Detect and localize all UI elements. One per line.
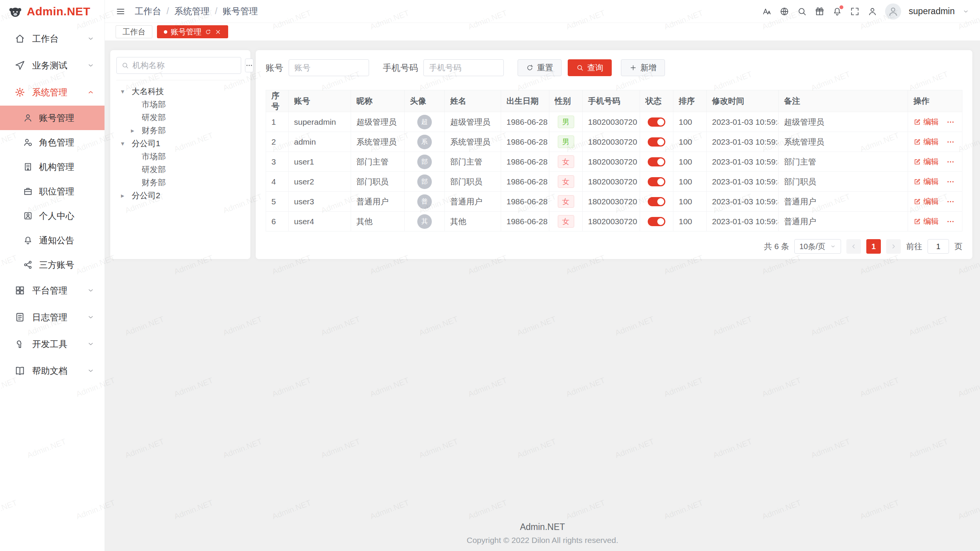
sidebar-item-workbench[interactable]: 工作台 — [0, 25, 105, 52]
status-toggle[interactable] — [648, 217, 665, 226]
edit-button[interactable]: 编辑 — [913, 176, 939, 187]
search-button[interactable]: 查询 — [568, 59, 612, 76]
sidebar-item-help-docs[interactable]: 帮助文档 — [0, 357, 105, 384]
tree-node[interactable]: 研发部 — [116, 111, 244, 124]
edit-button[interactable]: 编辑 — [913, 216, 939, 227]
column-header[interactable]: 姓名 — [445, 90, 501, 112]
status-toggle[interactable] — [648, 137, 665, 147]
close-icon[interactable] — [215, 29, 221, 35]
username[interactable]: superadmin — [909, 6, 955, 16]
row-more-button[interactable] — [946, 217, 955, 226]
status-toggle[interactable] — [648, 197, 665, 206]
org-search-input[interactable] — [132, 61, 236, 70]
column-header[interactable]: 头像 — [405, 90, 445, 112]
edit-button[interactable]: 编辑 — [913, 156, 939, 167]
tree-node[interactable]: ▸分公司2 — [116, 189, 244, 202]
gender-badge: 男 — [558, 116, 574, 129]
sidebar-item-position-mgmt[interactable]: 职位管理 — [0, 179, 105, 204]
theme-icon[interactable] — [815, 7, 825, 16]
user-icon[interactable] — [867, 7, 877, 16]
edit-button[interactable]: 编辑 — [913, 196, 939, 207]
caret-icon[interactable]: ▸ — [121, 192, 132, 200]
cell-nickname: 其他 — [351, 212, 405, 231]
row-more-button[interactable] — [946, 178, 955, 186]
column-header[interactable]: 手机号码 — [583, 90, 640, 112]
row-more-button[interactable] — [946, 197, 955, 206]
avatar[interactable] — [885, 3, 901, 20]
footer-copyright: Copyright © 2022 Dilon All rights reserv… — [105, 536, 980, 545]
tree-node[interactable]: ▸财务部 — [116, 124, 244, 137]
cell-remark: 部门主管 — [779, 152, 908, 172]
column-header[interactable]: 排序 — [673, 90, 707, 112]
column-header[interactable]: 性别 — [549, 90, 583, 112]
prev-page-button[interactable] — [846, 239, 861, 254]
sidebar-item-log-mgmt[interactable]: 日志管理 — [0, 304, 105, 331]
page-1-button[interactable]: 1 — [866, 239, 881, 254]
status-toggle[interactable] — [648, 157, 665, 166]
column-header[interactable]: 备注 — [779, 90, 908, 112]
phone-input[interactable] — [423, 59, 504, 76]
sidebar-item-role-mgmt[interactable]: 角色管理 — [0, 130, 105, 155]
edit-button[interactable]: 编辑 — [913, 137, 939, 147]
tree-node[interactable]: 研发部 — [116, 163, 244, 176]
page-size-select[interactable]: 10条/页 — [794, 239, 841, 254]
account-panel: 账号 手机号码 重置 查询 新增 序号账号昵称头像姓名出生日期性别手机号码状态排… — [256, 50, 972, 259]
search-icon[interactable] — [797, 7, 807, 16]
add-button[interactable]: 新增 — [621, 59, 665, 76]
status-toggle[interactable] — [648, 117, 665, 127]
refresh-icon[interactable] — [205, 29, 211, 35]
hamburger-icon[interactable] — [116, 7, 126, 16]
tree-node-label: 大名科技 — [132, 86, 164, 97]
tree-more-button[interactable] — [245, 59, 253, 72]
sidebar-item-system-mgmt[interactable]: 系统管理 — [0, 79, 105, 106]
tree-node-label: 市场部 — [142, 99, 166, 110]
row-more-button[interactable] — [946, 118, 955, 126]
breadcrumb-separator: / — [167, 6, 169, 16]
breadcrumb-item[interactable]: 系统管理 — [174, 5, 209, 17]
row-more-button[interactable] — [946, 158, 955, 166]
sidebar-item-org-mgmt[interactable]: 机构管理 — [0, 155, 105, 179]
column-header[interactable]: 账号 — [289, 90, 351, 112]
fullscreen-icon[interactable] — [850, 7, 860, 16]
breadcrumb-item[interactable]: 账号管理 — [223, 5, 258, 17]
goto-page-input[interactable] — [928, 239, 949, 254]
sidebar-item-personal-center[interactable]: 个人中心 — [0, 204, 105, 228]
sidebar-item-business-test[interactable]: 业务测试 — [0, 52, 105, 79]
next-page-button[interactable] — [886, 239, 901, 254]
cell-order: 100 — [673, 132, 707, 152]
column-header[interactable]: 昵称 — [351, 90, 405, 112]
edit-button[interactable]: 编辑 — [913, 117, 939, 127]
sidebar-item-notice[interactable]: 通知公告 — [0, 228, 105, 253]
breadcrumb-item[interactable]: 工作台 — [135, 5, 161, 17]
reset-button[interactable]: 重置 — [518, 59, 562, 76]
caret-icon[interactable]: ▸ — [131, 127, 142, 135]
tree-node[interactable]: ▾大名科技 — [116, 85, 244, 98]
sidebar-item-platform-mgmt[interactable]: 平台管理 — [0, 277, 105, 304]
column-header[interactable]: 操作 — [908, 90, 962, 112]
menu-label: 日志管理 — [32, 311, 87, 323]
column-header[interactable]: 出生日期 — [501, 90, 549, 112]
row-more-button[interactable] — [946, 138, 955, 146]
org-search-box — [116, 57, 241, 74]
menu-label: 账号管理 — [39, 112, 105, 124]
font-size-icon[interactable] — [762, 7, 772, 16]
sidebar-item-account-mgmt[interactable]: 账号管理 — [0, 106, 105, 130]
notification-icon[interactable] — [832, 7, 842, 16]
account-input[interactable] — [289, 59, 369, 76]
sidebar-item-third-party-account[interactable]: 三方账号 — [0, 253, 105, 277]
language-icon[interactable] — [779, 7, 789, 16]
tree-node[interactable]: 市场部 — [116, 150, 244, 163]
caret-icon[interactable]: ▾ — [121, 88, 132, 96]
tree-node[interactable]: 市场部 — [116, 98, 244, 111]
logo[interactable]: Admin.NET — [0, 0, 105, 23]
sidebar-item-dev-tools[interactable]: 开发工具 — [0, 331, 105, 357]
column-header[interactable]: 状态 — [640, 90, 673, 112]
tree-node[interactable]: 财务部 — [116, 176, 244, 189]
caret-icon[interactable]: ▾ — [121, 140, 132, 148]
column-header[interactable]: 序号 — [266, 90, 289, 112]
tab-workbench[interactable]: 工作台 — [116, 25, 152, 38]
tab-account-mgmt[interactable]: 账号管理 — [157, 25, 228, 38]
column-header[interactable]: 修改时间 — [707, 90, 779, 112]
tree-node[interactable]: ▾分公司1 — [116, 137, 244, 150]
status-toggle[interactable] — [648, 177, 665, 186]
